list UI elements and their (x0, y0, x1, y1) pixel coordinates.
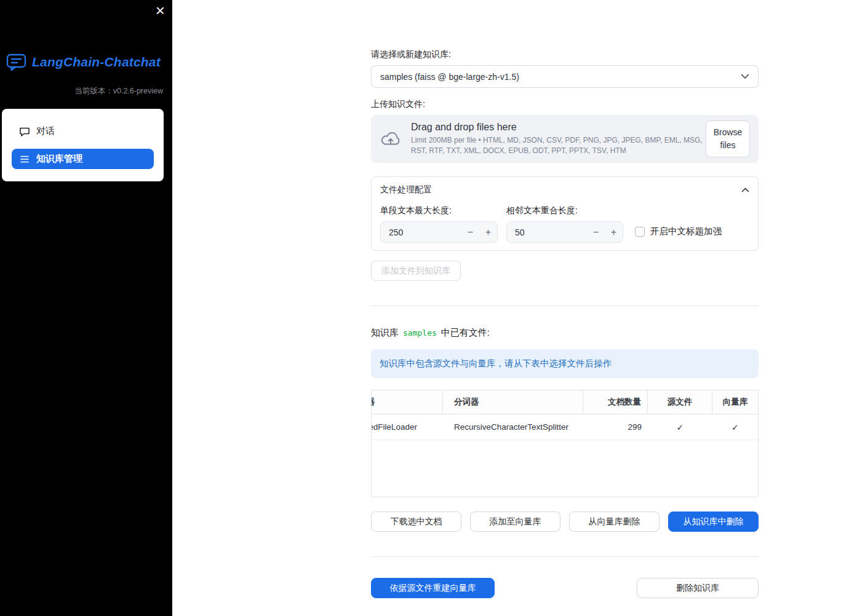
version-value: v0.2.6-preview (113, 87, 163, 95)
remove-from-vector-store-button[interactable]: 从向量库删除 (569, 511, 660, 532)
cell-splitter: RecursiveCharacterTextSplitter (443, 414, 583, 440)
sidebar-item-dialogue[interactable]: 对话 (12, 121, 154, 141)
close-icon[interactable]: × (156, 2, 165, 18)
version-info: 当前版本：v0.2.6-preview (0, 86, 172, 97)
config-fields: 单段文本最大长度: 250 − + 相邻文本重合长度: 50 − + (380, 204, 749, 243)
list-icon (19, 154, 30, 165)
chunk-size-label: 单段文本最大长度: (380, 204, 498, 216)
overlap-stepper[interactable]: 50 − + (506, 221, 623, 243)
column-header-vector-store[interactable]: 向量库 (712, 390, 758, 414)
check-icon: ✓ (731, 422, 738, 432)
file-processing-config-panel: 文件处理配置 单段文本最大长度: 250 − + 相邻文 (371, 176, 759, 251)
existing-files-prefix: 知识库 (371, 327, 399, 339)
chunk-size-stepper[interactable]: 250 − + (380, 221, 498, 243)
overlap-label: 相邻文本重合长度: (506, 204, 623, 216)
cell-loader: UnstructuredFileLoader (372, 414, 443, 440)
info-banner-text: 知识库中包含源文件与向量库，请从下表中选择文件后操作 (380, 358, 612, 369)
column-header-doc-count[interactable]: 文档数量 (583, 390, 648, 414)
info-banner: 知识库中包含源文件与向量库，请从下表中选择文件后操作 (371, 349, 759, 378)
overlap-value[interactable]: 50 (507, 227, 587, 237)
config-panel-title: 文件处理配置 (380, 184, 432, 195)
app-logo: LangChain-Chatchat (0, 53, 172, 71)
app-title: LangChain-Chatchat (32, 55, 161, 69)
main-content: 请选择或新建知识库: samples (faiss @ bge-large-zh… (371, 0, 759, 598)
overlap-field: 相邻文本重合长度: 50 − + (506, 204, 623, 243)
upload-label: 上传知识文件: (371, 98, 759, 110)
chunk-size-field: 单段文本最大长度: 250 − + (380, 204, 498, 243)
delete-kb-button[interactable]: 删除知识库 (637, 578, 759, 598)
chunk-size-value[interactable]: 250 (381, 227, 461, 237)
divider (371, 556, 759, 557)
sidebar-item-knowledge-base[interactable]: 知识库管理 (12, 149, 154, 169)
column-header-source-file[interactable]: 源文件 (648, 390, 712, 414)
cell-source-check: ✓ (648, 414, 712, 440)
kb-select-label: 请选择或新建知识库: (371, 48, 759, 60)
file-dropzone[interactable]: Drag and drop files here Limit 200MB per… (371, 115, 759, 163)
zh-title-enhance-checkbox[interactable]: 开启中文标题加强 (635, 226, 722, 237)
existing-files-heading: 知识库 samples 中已有文件: (371, 327, 759, 339)
existing-files-suffix: 中已有文件: (441, 327, 490, 339)
kb-management-row: 依据源文件重建向量库 删除知识库 (371, 578, 759, 598)
cell-vector-check: ✓ (712, 414, 758, 440)
table-row[interactable]: UnstructuredFileLoader RecursiveCharacte… (372, 414, 758, 440)
checkbox-icon[interactable] (635, 227, 645, 237)
minus-icon[interactable]: − (587, 227, 605, 238)
sidebar: × LangChain-Chatchat 当前版本：v0.2.6-preview… (0, 0, 172, 616)
divider (371, 306, 759, 306)
rebuild-vector-store-button[interactable]: 依据源文件重建向量库 (371, 578, 495, 598)
config-panel-header[interactable]: 文件处理配置 (380, 184, 749, 195)
file-actions-row: 下载选中文档 添加至向量库 从向量库删除 从知识库中删除 (371, 511, 759, 532)
download-selected-button[interactable]: 下载选中文档 (371, 511, 461, 532)
delete-from-kb-button[interactable]: 从知识库中删除 (668, 511, 759, 532)
column-header-loader[interactable]: 文档加载器 (372, 390, 443, 414)
zh-title-enhance-label[interactable]: 开启中文标题加强 (650, 226, 722, 237)
version-label: 当前版本： (74, 87, 113, 95)
add-to-vector-store-button[interactable]: 添加至向量库 (470, 511, 560, 532)
kb-files-table[interactable]: 文档加载器 分词器 文档数量 源文件 向量库 UnstructuredFileL… (371, 390, 759, 497)
add-files-to-kb-button[interactable]: 添加文件到知识库 (371, 261, 461, 281)
chevron-down-icon (741, 74, 749, 79)
kb-select[interactable]: samples (faiss @ bge-large-zh-v1.5) (371, 65, 759, 88)
dropzone-hint: Limit 200MB per file • HTML, MD, JSON, C… (411, 135, 704, 156)
plus-icon[interactable]: + (605, 227, 623, 238)
cloud-upload-icon (380, 130, 402, 148)
browse-files-button[interactable]: Browse files (706, 120, 750, 157)
sidebar-item-label: 对话 (36, 125, 55, 137)
column-header-splitter[interactable]: 分词器 (443, 390, 583, 414)
dropzone-texts: Drag and drop files here Limit 200MB per… (411, 122, 706, 156)
chevron-up-icon[interactable] (741, 188, 749, 192)
check-icon: ✓ (677, 422, 684, 432)
main-area: 请选择或新建知识库: samples (faiss @ bge-large-zh… (172, 0, 849, 616)
chat-bubble-logo-icon (6, 53, 27, 71)
sidebar-menu: 对话 知识库管理 (2, 109, 164, 181)
dropzone-title: Drag and drop files here (411, 122, 706, 133)
kb-select-value: samples (faiss @ bge-large-zh-v1.5) (380, 72, 741, 82)
table-header-row: 文档加载器 分词器 文档数量 源文件 向量库 (372, 390, 758, 414)
kb-name-code: samples (403, 328, 437, 338)
plus-icon[interactable]: + (479, 227, 497, 238)
sidebar-item-label: 知识库管理 (36, 153, 82, 165)
chat-icon (19, 126, 30, 137)
cell-doc-count: 299 (583, 414, 648, 440)
minus-icon[interactable]: − (461, 227, 479, 238)
